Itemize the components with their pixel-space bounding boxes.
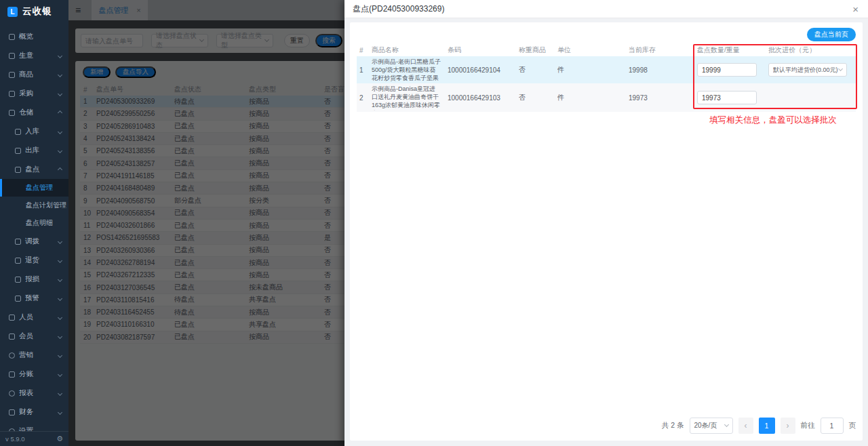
report-icon bbox=[9, 390, 15, 397]
chevron-down-icon bbox=[58, 296, 62, 300]
close-icon[interactable]: × bbox=[852, 4, 859, 14]
batch-price-value: 默认平均进货价(0.00元) bbox=[773, 66, 838, 75]
sidebar-item-warehouse[interactable]: 仓储 bbox=[0, 103, 68, 122]
sidebar-item-marketing[interactable]: 营销 bbox=[0, 346, 68, 365]
sidebar-item-overview[interactable]: 概览 bbox=[0, 27, 68, 46]
pagination: 共 2 条 20条/页 ‹ 1 › 前往 页 bbox=[357, 418, 856, 435]
gear-icon[interactable]: ⚙ bbox=[56, 434, 63, 443]
sidebar-item-settings[interactable]: 设置 bbox=[0, 422, 68, 431]
drawer-title: 盘点(PD2405300933269) bbox=[353, 3, 444, 15]
product-name-text: 示例商品-老街口黑糖瓜子500g/袋大颗粒黑糖味葵花籽炒货零食香瓜子坚果 bbox=[372, 58, 448, 82]
column-header-stock: 当前库存 bbox=[629, 45, 697, 55]
sidebar-item-label: 概览 bbox=[19, 32, 33, 41]
chevron-down-icon bbox=[838, 66, 843, 71]
purchase-icon bbox=[9, 91, 15, 97]
stocktake-item-row: 1示例商品-老街口黑糖瓜子500g/袋大颗粒黑糖味葵花籽炒货零食香瓜子坚果100… bbox=[357, 56, 856, 83]
member-icon bbox=[9, 333, 15, 340]
sidebar-item-ledger[interactable]: 分账 bbox=[0, 365, 68, 384]
sidebar-item-damage[interactable]: 报损 bbox=[0, 270, 68, 289]
sidebar-item-staff[interactable]: 人员 bbox=[0, 308, 68, 327]
sidebar-item-stocktake-detail[interactable]: 盘点明细 bbox=[0, 214, 68, 232]
warehouse-icon bbox=[9, 110, 15, 116]
cell-unit: 件 bbox=[557, 65, 629, 75]
goto-page-input[interactable] bbox=[821, 418, 844, 434]
chevron-up-icon bbox=[58, 110, 62, 115]
sidebar-item-business[interactable]: 生意 bbox=[0, 46, 68, 65]
settings-icon bbox=[9, 428, 15, 432]
chevron-down-icon bbox=[724, 422, 728, 427]
sidebar-item-label: 仓储 bbox=[19, 108, 33, 117]
sidebar-item-label: 报损 bbox=[25, 275, 39, 284]
sidebar-item-label: 生意 bbox=[19, 51, 33, 60]
marketing-icon bbox=[9, 352, 15, 359]
sidebar-menu: 概览生意商品采购仓储入库出库盘点盘点管理盘点计划管理盘点明细调拨退货报损预警人员… bbox=[0, 23, 68, 431]
sidebar-item-label: 财务 bbox=[19, 407, 33, 417]
sidebar-item-label: 分账 bbox=[19, 369, 33, 379]
chevron-down-icon bbox=[58, 333, 62, 338]
column-header-barcode: 条码 bbox=[448, 45, 519, 55]
batch-price-select[interactable]: 默认平均进货价(0.00元) bbox=[768, 63, 847, 77]
stocktake-drawer: 盘点(PD2405300933269) × 盘点当前页 # 商品名称 条码 称重… bbox=[344, 0, 868, 446]
sidebar-item-goods[interactable]: 商品 bbox=[0, 65, 68, 84]
chevron-down-icon bbox=[58, 371, 62, 376]
sidebar-item-purchase[interactable]: 采购 bbox=[0, 84, 68, 103]
chevron-down-icon bbox=[58, 72, 62, 77]
app-title: 云收银 bbox=[22, 5, 52, 18]
pagination-total: 共 2 条 bbox=[662, 421, 684, 430]
sidebar-item-label: 报表 bbox=[19, 388, 33, 398]
sidebar-item-transfer[interactable]: 调拨 bbox=[0, 232, 68, 251]
sidebar: L 云收银 概览生意商品采购仓储入库出库盘点盘点管理盘点计划管理盘点明细调拨退货… bbox=[0, 0, 68, 446]
sidebar-item-label: 退货 bbox=[25, 256, 39, 265]
goods-icon bbox=[9, 72, 15, 78]
chevron-down-icon bbox=[58, 148, 62, 153]
stocktake-item-row: 2示例商品-Danisa皇冠进口送礼丹麦黄油曲奇饼干163g浓郁黄油原味休闲零食… bbox=[357, 83, 856, 112]
sidebar-item-member[interactable]: 会员 bbox=[0, 327, 68, 346]
count-input[interactable] bbox=[697, 91, 757, 104]
stocktake-icon bbox=[15, 167, 21, 173]
drawer-card: 盘点当前页 # 商品名称 条码 称重商品 单位 当前库存 盘点数量/重量 批次进… bbox=[350, 22, 863, 441]
stocktake-current-page-button[interactable]: 盘点当前页 bbox=[807, 28, 856, 41]
sidebar-item-label: 盘点计划管理 bbox=[26, 201, 66, 210]
current-page-button[interactable]: 1 bbox=[759, 418, 775, 434]
sidebar-item-finance[interactable]: 财务 bbox=[0, 403, 68, 422]
sidebar-item-label: 预警 bbox=[25, 293, 39, 303]
cell-weigh: 否 bbox=[519, 93, 557, 102]
cell-index: 1 bbox=[357, 66, 372, 74]
cell-index: 2 bbox=[357, 94, 372, 102]
sidebar-item-label: 盘点管理 bbox=[26, 183, 53, 192]
damage-icon bbox=[15, 277, 21, 283]
sidebar-item-stocktake[interactable]: 盘点 bbox=[0, 160, 68, 179]
sidebar-item-stocktake-plan[interactable]: 盘点计划管理 bbox=[0, 197, 68, 214]
app-logo: L 云收银 bbox=[0, 0, 68, 23]
alert-icon bbox=[15, 296, 21, 302]
sidebar-item-returns[interactable]: 退货 bbox=[0, 251, 68, 270]
chevron-down-icon bbox=[58, 239, 62, 243]
chevron-down-icon bbox=[58, 352, 62, 357]
sidebar-item-stocktake-manage[interactable]: 盘点管理 bbox=[0, 179, 68, 197]
sidebar-item-label: 调拨 bbox=[25, 237, 39, 246]
drawer-header: 盘点(PD2405300933269) × bbox=[344, 0, 868, 18]
prev-page-button[interactable]: ‹ bbox=[738, 418, 753, 434]
sidebar-item-label: 设置 bbox=[19, 426, 33, 431]
goto-label: 前往 bbox=[801, 421, 815, 430]
page-size-select[interactable]: 20条/页 bbox=[690, 418, 733, 434]
staff-icon bbox=[9, 315, 15, 321]
sidebar-item-inbound[interactable]: 入库 bbox=[0, 122, 68, 141]
next-page-button[interactable]: › bbox=[781, 418, 795, 434]
page-size-value: 20条/页 bbox=[694, 421, 717, 430]
chevron-down-icon bbox=[58, 277, 62, 281]
sidebar-item-report[interactable]: 报表 bbox=[0, 384, 68, 403]
returns-icon bbox=[15, 258, 21, 264]
sidebar-item-outbound[interactable]: 出库 bbox=[0, 141, 68, 160]
product-name-text: 示例商品-Danisa皇冠进口送礼丹麦黄油曲奇饼干163g浓郁黄油原味休闲零食 bbox=[372, 85, 448, 110]
count-input[interactable] bbox=[697, 63, 757, 77]
business-icon bbox=[9, 53, 15, 59]
cell-barcode: 10000166429103 bbox=[448, 94, 519, 102]
sidebar-item-label: 营销 bbox=[19, 350, 33, 360]
sidebar-item-alert[interactable]: 预警 bbox=[0, 289, 68, 308]
cell-barcode: 10000166429104 bbox=[448, 66, 519, 74]
finance-icon bbox=[9, 409, 15, 415]
chevron-down-icon bbox=[58, 409, 62, 414]
cell-product-name: 示例商品-Danisa皇冠进口送礼丹麦黄油曲奇饼干163g浓郁黄油原味休闲零食 bbox=[372, 85, 448, 110]
cell-stock: 19998 bbox=[629, 66, 697, 74]
